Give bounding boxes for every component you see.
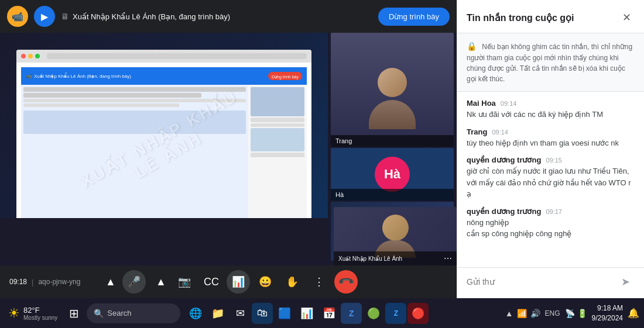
chevron-up-camera-icon: ▲ (156, 276, 166, 288)
start-icon: ⊞ (69, 306, 79, 320)
chat-message-0: Mai Hoa 09:14 Nk ưu đãi với các nc đã ký… (467, 99, 635, 120)
notifications-icon[interactable]: 🔔 (628, 308, 639, 319)
chat-message-1: Trang 09:14 tùy theo hiệp định vn tham g… (467, 127, 635, 149)
meet-icon-yellow-symbol: 📹 (12, 11, 23, 22)
search-label: Search (107, 309, 131, 317)
taskbar-excel-icon[interactable]: 📊 (296, 303, 317, 324)
weather-icon: ☀ (8, 306, 20, 321)
camera-button[interactable]: 📷 (173, 270, 196, 294)
weather-desc: Mostly sunny (23, 315, 57, 321)
screen-bottom-strip (0, 218, 328, 261)
ha-video-tile: Hà Hà (331, 148, 454, 201)
presenter-dots-icon[interactable]: ⋯ (444, 254, 452, 263)
raise-hand-button[interactable]: ✋ (280, 270, 304, 294)
taskbar-calendar-icon[interactable]: 📅 (318, 303, 340, 324)
chevron-up-tray-icon[interactable]: ▲ (505, 309, 513, 318)
presenter-tile-label: Xuất Nhập Khẩu Lê Ánh ⋯ (334, 251, 457, 265)
chat-header: Tin nhắn trong cuộc gọi ✕ (457, 0, 644, 33)
chevron-camera[interactable]: ▲ (149, 270, 173, 294)
captions-button[interactable]: CC (200, 270, 223, 294)
weather-temp: 82°F (23, 306, 57, 315)
present-button[interactable]: 📊 (227, 270, 250, 294)
taskbar-store-icon[interactable]: 🛍 (252, 303, 273, 324)
chat-text-0: Nk ưu đãi với các nc đã ký hiệp định TM (467, 109, 635, 120)
more-options-button[interactable]: ⋮ (307, 270, 331, 294)
lang-label: ENG (545, 309, 560, 317)
screen-share-icon: 🖥 (61, 12, 69, 21)
taskbar-zalo-icon[interactable]: Z (385, 303, 406, 324)
meeting-title: Xuất Nhập Khẩu Lê Ánh (Bạn, đang trình b… (73, 12, 230, 21)
more-dots-icon: ⋮ (314, 275, 324, 288)
mic-icon: 🎤 (128, 275, 141, 288)
present-icon: 📊 (232, 275, 245, 288)
chat-sender-3: quyền dương trương (467, 207, 541, 216)
captions-icon: CC (204, 276, 219, 288)
mute-button[interactable]: 🎤 (122, 270, 146, 294)
taskbar: ☀ 82°F Mostly sunny ⊞ 🔍 Search 🌐 📁 ✉ 🛍 🟦… (0, 298, 644, 328)
taskbar-record-icon[interactable]: 🔴 (407, 303, 429, 324)
chat-title: Tin nhắn trong cuộc gọi (467, 12, 574, 23)
wifi-icon: 📡 (565, 309, 575, 318)
top-bar: 📹 ▶ 🖥 Xuất Nhập Khẩu Lê Ánh (Bạn, đang t… (0, 0, 457, 33)
chat-input-field[interactable] (467, 277, 611, 286)
meet-icon-yellow[interactable]: 📹 (7, 6, 28, 27)
chat-time-1: 09:14 (492, 129, 508, 136)
meet-icon-blue[interactable]: ▶ (34, 6, 55, 27)
end-call-icon: 📞 (337, 272, 355, 291)
ctrl-center: ▲ 🎤 ▲ 📷 CC 📊 (99, 270, 358, 294)
taskbar-teams-icon[interactable]: 🟦 (274, 303, 295, 324)
chat-text-1: tùy theo hiệp định vn tham gia voesi nướ… (467, 137, 635, 149)
ha-avatar: Hà (375, 157, 410, 192)
camera-group: ▲ 📷 (149, 270, 196, 294)
chat-input-area: ➤ (457, 267, 644, 298)
taskbar-edge-icon[interactable]: 🌐 (185, 303, 206, 324)
trang-tile-label: Trang (331, 135, 454, 147)
chat-sender-0: Mai Hoa (467, 99, 496, 108)
volume-icon[interactable]: 🔊 (530, 309, 540, 318)
taskbar-mail-icon[interactable]: ✉ (229, 303, 251, 324)
screen-mock-title: Xuất Nhập Khẩu Lê Ánh (Bạn, đang trình b… (34, 74, 131, 79)
control-bar: 09:18 | aqo-pjnw-yng ▲ 🎤 ▲ 📷 (0, 265, 457, 298)
meet-area: 📹 ▶ 🖥 Xuất Nhập Khẩu Lê Ánh (Bạn, đang t… (0, 0, 457, 298)
chat-close-button[interactable]: ✕ (618, 9, 635, 26)
taskbar-groove-icon[interactable]: 🟢 (363, 303, 384, 324)
chat-send-button[interactable]: ➤ (616, 272, 635, 291)
taskbar-search[interactable]: 🔍 Search (87, 303, 180, 323)
ha-tile-label: Hà (331, 189, 454, 201)
chat-message-2: quyền dương trương 09:15 giờ chỉ còn mấy… (467, 156, 635, 200)
chat-sender-2: quyền dương trương (467, 156, 541, 164)
stop-presenting-button[interactable]: Dừng trình bày (378, 8, 450, 26)
screen-mock-stop-btn: Dừng trình bày (272, 75, 299, 79)
network-icon[interactable]: 📶 (517, 309, 527, 318)
ha-name-label: Hà (335, 191, 344, 198)
chat-panel: Tin nhắn trong cuộc gọi ✕ 🔒 Nếu bạn khôn… (457, 0, 644, 298)
chat-notice-text: Nếu bạn không ghim các tin nhắn, thì chỉ… (467, 43, 632, 83)
chat-messages: Mai Hoa 09:14 Nk ưu đãi với các nc đã ký… (457, 92, 644, 267)
chat-message-3: quyền dương trương 09:17 nông nghiệpcần … (467, 207, 635, 240)
chat-time-2: 09:15 (546, 157, 562, 164)
presenter-video-tile: Xuất Nhập Khẩu Lê Ánh ⋯ (334, 207, 457, 265)
taskbar-apps: 🌐 📁 ✉ 🛍 🟦 📊 📅 Z 🟢 Z 🔴 (185, 303, 429, 324)
call-time: 09:18 (9, 278, 27, 286)
start-button[interactable]: ⊞ (63, 303, 84, 324)
chat-text-2: giờ chỉ còn mấy nước it giao lưu như Tri… (467, 165, 635, 200)
camera-icon: 📷 (178, 275, 191, 288)
end-call-button[interactable]: 📞 (334, 270, 358, 294)
time-display: 9:18 AM (592, 303, 623, 313)
ha-initial: Hà (384, 167, 400, 182)
system-tray: ▲ 📶 🔊 (505, 309, 540, 318)
taskbar-time[interactable]: 9:18 AM 9/29/2024 (592, 303, 623, 323)
ctrl-left: 09:18 | aqo-pjnw-yng (9, 278, 80, 286)
trang-video-tile: Trang (331, 33, 454, 147)
taskbar-explorer-icon[interactable]: 📁 (207, 303, 228, 324)
taskbar-right: ▲ 📶 🔊 ENG 📡 🔋 9:18 AM 9/29/2024 🔔 (505, 303, 639, 323)
taskbar-zoom-icon[interactable]: Z (341, 303, 362, 324)
reactions-button[interactable]: 😀 (254, 270, 277, 294)
chat-time-0: 09:14 (501, 100, 517, 107)
chevron-left-mute[interactable]: ▲ (99, 270, 122, 294)
mute-group: ▲ 🎤 (99, 270, 146, 294)
battery-icon: 🔋 (577, 309, 587, 318)
date-display: 9/29/2024 (592, 313, 623, 323)
hand-icon: ✋ (286, 275, 299, 288)
notice-lock-icon: 🔒 (467, 42, 477, 51)
